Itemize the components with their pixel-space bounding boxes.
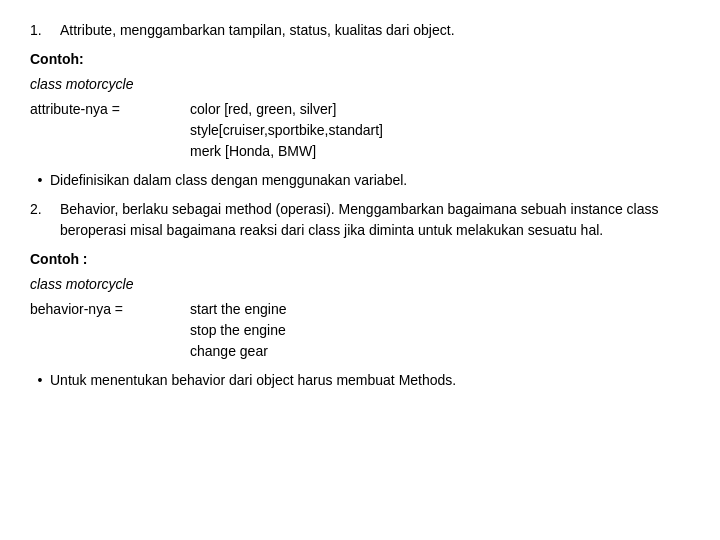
item-1-number: 1. [30, 20, 60, 41]
contoh-2-label: Contoh : [30, 249, 690, 270]
bullet-2-dot: • [30, 370, 50, 391]
contoh-2-section: Contoh : class motorcycle behavior-nya =… [30, 249, 690, 362]
bullet-1-text: Didefinisikan dalam class dengan menggun… [50, 170, 407, 191]
bullet-1-dot: • [30, 170, 50, 191]
behavior-values: start the engine stop the engine change … [190, 299, 287, 362]
bullet-2: • Untuk menentukan behavior dari object … [30, 370, 690, 391]
item-2: 2. Behavior, berlaku sebagai method (ope… [30, 199, 690, 241]
behav-value-2: stop the engine [190, 320, 287, 341]
attribute-row: attribute-nya = color [red, green, silve… [30, 99, 690, 162]
contoh-2-class: class motorcycle [30, 274, 690, 295]
item-2-text: Behavior, berlaku sebagai method (operas… [60, 199, 690, 241]
bullet-1: • Didefinisikan dalam class dengan mengg… [30, 170, 690, 191]
attribute-values: color [red, green, silver] style[cruiser… [190, 99, 383, 162]
behavior-key: behavior-nya = [30, 299, 190, 362]
contoh-1-label: Contoh: [30, 49, 690, 70]
contoh-1-class: class motorcycle [30, 74, 690, 95]
item-2-number: 2. [30, 199, 60, 241]
behav-value-3: change gear [190, 341, 287, 362]
attr-value-2: style[cruiser,sportbike,standart] [190, 120, 383, 141]
bullet-2-text: Untuk menentukan behavior dari object ha… [50, 370, 456, 391]
contoh-1-section: Contoh: class motorcycle attribute-nya =… [30, 49, 690, 162]
behav-value-1: start the engine [190, 299, 287, 320]
item-1: 1. Attribute, menggambarkan tampilan, st… [30, 20, 690, 41]
attribute-key: attribute-nya = [30, 99, 190, 162]
attr-value-1: color [red, green, silver] [190, 99, 383, 120]
attr-value-3: merk [Honda, BMW] [190, 141, 383, 162]
item-1-text: Attribute, menggambarkan tampilan, statu… [60, 20, 455, 41]
behavior-row: behavior-nya = start the engine stop the… [30, 299, 690, 362]
